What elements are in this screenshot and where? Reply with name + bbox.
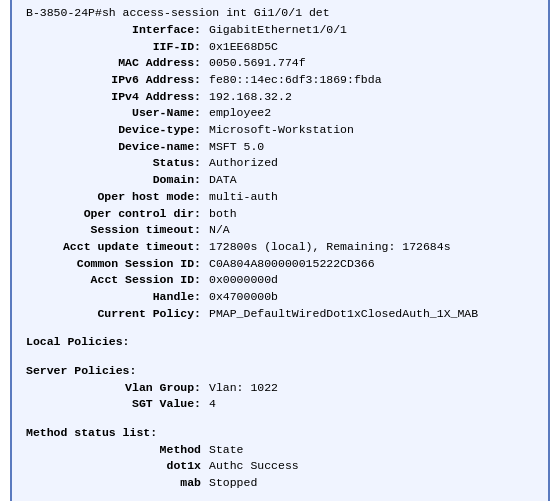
info-row: IPv6 Address:fe80::14ec:6df3:1869:fbda — [26, 72, 534, 89]
row-label: Oper control dir: — [26, 206, 201, 223]
info-row: IPv4 Address:192.168.32.2 — [26, 89, 534, 106]
info-row: Oper host mode:multi-auth — [26, 189, 534, 206]
section-row-label: mab — [26, 475, 201, 492]
info-row: IIF-ID:0x1EE68D5C — [26, 39, 534, 56]
section-row-label: dot1x — [26, 458, 201, 475]
section-header: Server Policies: — [26, 363, 534, 380]
section-row-value: Stopped — [209, 475, 257, 492]
row-value: 0050.5691.774f — [209, 55, 306, 72]
row-label: IPv6 Address: — [26, 72, 201, 89]
row-label: Device-name: — [26, 139, 201, 156]
info-row: Common Session ID:C0A804A800000015222CD3… — [26, 256, 534, 273]
row-label: Oper host mode: — [26, 189, 201, 206]
section-row: mabStopped — [26, 475, 534, 492]
row-value: 0x0000000d — [209, 272, 278, 289]
info-row: Acct update timeout:172800s (local), Rem… — [26, 239, 534, 256]
info-row: Current Policy:PMAP_DefaultWiredDot1xClo… — [26, 306, 534, 323]
section-row-label: Vlan Group: — [26, 380, 201, 397]
section-row: Vlan Group:Vlan: 1022 — [26, 380, 534, 397]
row-label: IIF-ID: — [26, 39, 201, 56]
command-text: B-3850-24P#sh access-session int Gi1/0/1… — [26, 5, 330, 22]
row-value: fe80::14ec:6df3:1869:fbda — [209, 72, 382, 89]
row-label: IPv4 Address: — [26, 89, 201, 106]
row-value: 0x4700000b — [209, 289, 278, 306]
row-value: Microsoft-Workstation — [209, 122, 354, 139]
info-row: Session timeout:N/A — [26, 222, 534, 239]
row-label: Acct update timeout: — [26, 239, 201, 256]
row-value: C0A804A800000015222CD366 — [209, 256, 375, 273]
row-label: Device-type: — [26, 122, 201, 139]
info-row: Oper control dir:both — [26, 206, 534, 223]
row-label: Domain: — [26, 172, 201, 189]
row-value: 0x1EE68D5C — [209, 39, 278, 56]
row-label: MAC Address: — [26, 55, 201, 72]
row-label: Interface: — [26, 22, 201, 39]
info-row: User-Name:employee2 — [26, 105, 534, 122]
row-label: Status: — [26, 155, 201, 172]
row-label: User-Name: — [26, 105, 201, 122]
row-value: 192.168.32.2 — [209, 89, 292, 106]
row-value: N/A — [209, 222, 230, 239]
terminal-window: B-3850-24P#sh access-session int Gi1/0/1… — [10, 0, 550, 501]
section-row-value: Authc Success — [209, 458, 299, 475]
row-value: 172800s (local), Remaining: 172684s — [209, 239, 451, 256]
info-row: MAC Address:0050.5691.774f — [26, 55, 534, 72]
row-value: employee2 — [209, 105, 271, 122]
command-line: B-3850-24P#sh access-session int Gi1/0/1… — [26, 5, 534, 22]
info-row: Acct Session ID:0x0000000d — [26, 272, 534, 289]
section-row: MethodState — [26, 442, 534, 459]
section-row: SGT Value:4 — [26, 396, 534, 413]
info-row: Status:Authorized — [26, 155, 534, 172]
section-row-label: Method — [26, 442, 201, 459]
section-header: Method status list: — [26, 425, 534, 442]
info-row: Interface:GigabitEthernet1/0/1 — [26, 22, 534, 39]
row-label: Acct Session ID: — [26, 272, 201, 289]
section-row-value: Vlan: 1022 — [209, 380, 278, 397]
info-row: Domain:DATA — [26, 172, 534, 189]
section-row: dot1xAuthc Success — [26, 458, 534, 475]
row-label: Common Session ID: — [26, 256, 201, 273]
row-value: GigabitEthernet1/0/1 — [209, 22, 347, 39]
info-row: Handle:0x4700000b — [26, 289, 534, 306]
row-value: PMAP_DefaultWiredDot1xClosedAuth_1X_MAB — [209, 306, 478, 323]
row-value: multi-auth — [209, 189, 278, 206]
row-value: both — [209, 206, 237, 223]
info-row: Device-name:MSFT 5.0 — [26, 139, 534, 156]
row-label: Handle: — [26, 289, 201, 306]
section-row-value: State — [209, 442, 244, 459]
row-value: Authorized — [209, 155, 278, 172]
info-row: Device-type:Microsoft-Workstation — [26, 122, 534, 139]
row-value: DATA — [209, 172, 237, 189]
row-value: MSFT 5.0 — [209, 139, 264, 156]
section-row-label: SGT Value: — [26, 396, 201, 413]
row-label: Session timeout: — [26, 222, 201, 239]
section-header: Local Policies: — [26, 334, 534, 351]
section-row-value: 4 — [209, 396, 216, 413]
row-label: Current Policy: — [26, 306, 201, 323]
